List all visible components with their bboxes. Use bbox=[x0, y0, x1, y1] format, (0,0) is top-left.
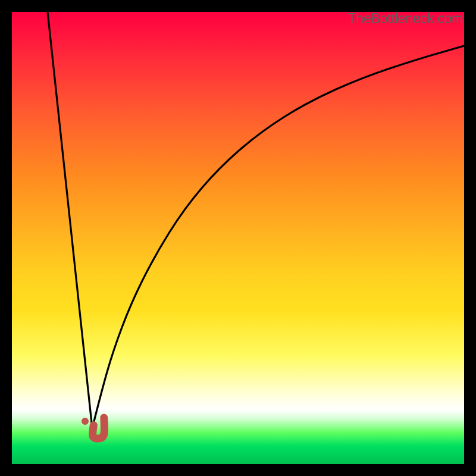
chart-stage: TheBottleneck.com bbox=[0, 0, 476, 476]
curves-svg bbox=[12, 12, 464, 464]
plot-area: TheBottleneck.com bbox=[12, 12, 464, 464]
rising-curve bbox=[92, 46, 464, 428]
descent-line bbox=[48, 12, 92, 428]
marker-dot bbox=[82, 418, 89, 425]
